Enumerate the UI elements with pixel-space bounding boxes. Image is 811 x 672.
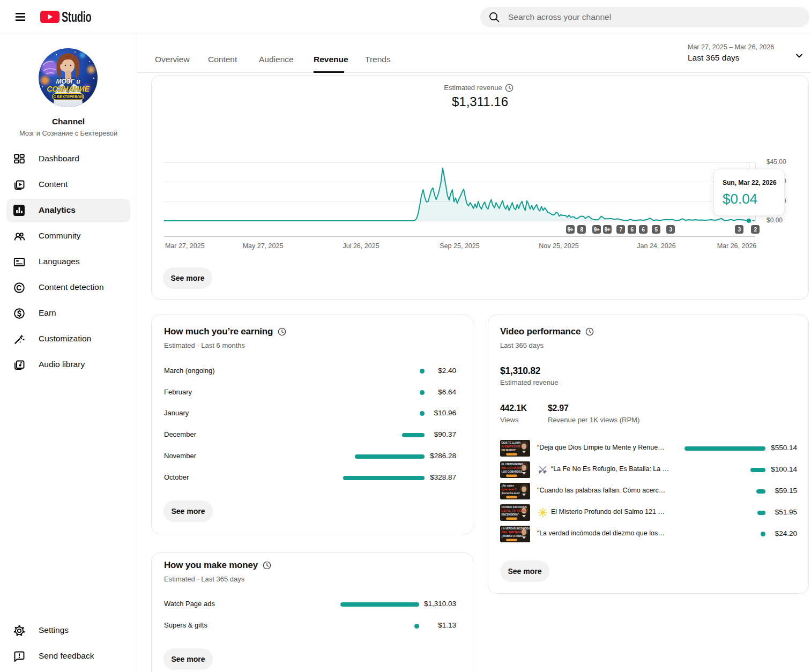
svg-text:С БЕХТЕРЕВОЙ: С БЕХТЕРЕВОЙ [53, 94, 83, 99]
svg-text:DIOS TE LLAMA: DIOS TE LLAMA [502, 442, 521, 444]
svg-text:СОЗНАНИЕ: СОЗНАНИЕ [47, 85, 90, 93]
svg-text:EL CRISTIANISMO: EL CRISTIANISMO [502, 463, 524, 466]
svg-text:ENCENDERÁ": ENCENDERÁ" [502, 513, 519, 516]
svg-text:¿No sabes: ¿No sabes [502, 484, 515, 487]
svg-text:DEL DIEZMO: DEL DIEZMO [502, 531, 522, 534]
svg-text:ESTO, TU FE SE: ESTO, TU FE SE [502, 509, 527, 512]
svg-text:qué orar?: qué orar? [502, 488, 517, 491]
svg-text:LOS COBARDES: LOS COBARDES [502, 471, 523, 473]
svg-text:A EMPEZAR: A EMPEZAR [502, 445, 521, 448]
svg-text:NO ES PARA: NO ES PARA [502, 466, 522, 469]
svg-text:LA VERDAD INCÓMODA: LA VERDAD INCÓMODA [502, 526, 531, 530]
svg-text:¡Escucha esto!: ¡Escucha esto! [502, 492, 520, 495]
svg-text:CUANDO ESCUCHES: CUANDO ESCUCHES [502, 506, 527, 509]
svg-text:DE NUEVO": DE NUEVO" [502, 449, 516, 452]
svg-text:МОЗГ и: МОЗГ и [56, 78, 80, 85]
svg-text:¿ROBAR A DIOS?: ¿ROBAR A DIOS? [502, 535, 524, 537]
